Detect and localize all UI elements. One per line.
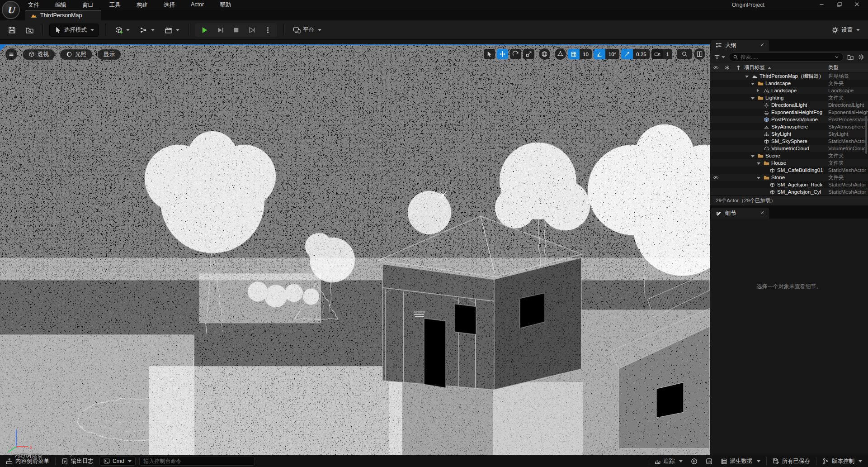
search-icon: [733, 54, 738, 60]
menu-build[interactable]: 构建: [135, 0, 150, 10]
editor-mode-dropdown[interactable]: 选择模式: [49, 24, 99, 37]
visibility-column-header[interactable]: [710, 65, 722, 71]
outliner-row[interactable]: Landscape 文件夹: [710, 80, 868, 87]
menu-edit[interactable]: 编辑: [53, 0, 68, 10]
add-folder-button[interactable]: [846, 53, 854, 61]
outliner-row[interactable]: SM_CafeBuilding01 StaticMeshActor: [710, 167, 868, 174]
platforms-dropdown[interactable]: 平台: [290, 24, 324, 36]
outliner-row[interactable]: ExponentialHeightFog ExponentialHeightFo…: [710, 109, 868, 116]
label-column-header[interactable]: 项目标签: [744, 64, 828, 71]
move-tool-button[interactable]: [497, 49, 508, 59]
save-status-button[interactable]: 所有已保存: [770, 456, 813, 467]
viewport-options-button[interactable]: [5, 48, 17, 60]
grid-snap-control[interactable]: 10: [568, 49, 592, 59]
rotation-snap-control[interactable]: 10°: [594, 49, 619, 59]
scale-tool-button[interactable]: [523, 49, 534, 59]
separator: [283, 24, 284, 36]
menu-select[interactable]: 选择: [162, 0, 177, 10]
unsaved-column-header[interactable]: [722, 65, 733, 71]
outliner-row[interactable]: VolumetricCloud VolumetricCloud: [710, 145, 868, 152]
expander-icon[interactable]: [757, 160, 762, 166]
tab-details[interactable]: 细节: [711, 208, 769, 219]
outliner-row[interactable]: SkyLight SkyLight: [710, 130, 868, 138]
menu-actor[interactable]: Actor: [189, 0, 206, 10]
play-button[interactable]: [198, 24, 211, 36]
outliner-settings-button[interactable]: [857, 53, 865, 61]
unreal-logo[interactable]: U: [2, 1, 20, 19]
scale-snap-control[interactable]: 0.25: [621, 49, 649, 59]
close-icon[interactable]: [760, 210, 764, 216]
level-tab[interactable]: ThirdPersonMap: [25, 10, 101, 20]
menu-bar: 文件 编辑 窗口 工具 构建 选择 Actor 帮助: [26, 0, 233, 10]
perspective-dropdown[interactable]: 透视: [23, 49, 55, 60]
select-tool-button[interactable]: [484, 49, 495, 59]
menu-help[interactable]: 帮助: [218, 0, 233, 10]
output-log-button[interactable]: 输出日志: [59, 456, 96, 467]
outliner-row[interactable]: SM_Angelsjon_Cyl StaticMeshActor: [710, 188, 868, 195]
menu-window[interactable]: 窗口: [80, 0, 95, 10]
search-input[interactable]: [741, 54, 832, 60]
chevron-down-icon[interactable]: [834, 54, 840, 60]
outliner-search[interactable]: [729, 52, 844, 62]
browse-content-button[interactable]: [23, 24, 36, 36]
play-options-button[interactable]: [261, 24, 274, 36]
content-drawer-button[interactable]: 内容浏览器 内容侧滑菜单: [4, 456, 52, 467]
close-button[interactable]: [854, 1, 860, 9]
cinematics-dropdown[interactable]: [162, 24, 182, 36]
minimize-button[interactable]: [819, 1, 825, 9]
expander-icon[interactable]: [751, 80, 756, 86]
console-type-dropdown[interactable]: Cmd: [99, 457, 136, 466]
world-local-toggle[interactable]: [539, 48, 550, 60]
expander-icon[interactable]: [751, 95, 756, 101]
outliner-row[interactable]: DirectionalLight DirectionalLight: [710, 101, 868, 109]
outliner-row[interactable]: ThirdPersonMap（编辑器） 世界场景: [710, 72, 868, 80]
quad-view-button[interactable]: [694, 48, 705, 60]
expander-icon[interactable]: [751, 152, 756, 159]
close-icon[interactable]: [760, 42, 764, 48]
add-actor-dropdown[interactable]: [112, 24, 132, 36]
outliner-row[interactable]: SM_SkySphere StaticMeshActor: [710, 138, 868, 145]
console-command-box[interactable]: [139, 457, 255, 466]
blueprints-dropdown[interactable]: [137, 24, 157, 36]
frame-skip-button[interactable]: [214, 24, 227, 36]
menu-file[interactable]: 文件: [26, 0, 41, 10]
expander-icon[interactable]: [757, 174, 762, 181]
level-viewport[interactable]: x 透视 光照 显示: [0, 44, 710, 455]
outliner-row[interactable]: Scene 文件夹: [710, 152, 868, 159]
camera-speed-control[interactable]: 1: [651, 49, 672, 59]
filter-button[interactable]: [713, 53, 726, 61]
status-bar: 内容浏览器 内容侧滑菜单 输出日志 Cmd 追踪: [0, 455, 868, 467]
expander-icon[interactable]: [745, 73, 750, 79]
outliner-row[interactable]: PostProcessVolume PostProcessVolume: [710, 116, 868, 123]
outliner-row[interactable]: Lighting 文件夹: [710, 94, 868, 101]
outliner-row[interactable]: House 文件夹: [710, 159, 868, 167]
pin-column-header[interactable]: [733, 65, 744, 71]
surface-snap-button[interactable]: [555, 48, 566, 60]
type-column-header[interactable]: 类型: [828, 64, 868, 71]
outliner-row[interactable]: SM_Agelsjon_Rock StaticMeshActor: [710, 181, 868, 188]
actor-type: VolumetricCloud: [828, 146, 868, 151]
show-dropdown[interactable]: 显示: [98, 49, 121, 60]
outliner-row[interactable]: Landscape Landscape: [710, 87, 868, 94]
launch-button[interactable]: [245, 24, 259, 36]
expander-icon[interactable]: [757, 87, 762, 94]
insights-profile-button[interactable]: [703, 457, 715, 466]
view-mode-dropdown[interactable]: 光照: [60, 49, 92, 60]
console-input[interactable]: [143, 458, 251, 464]
trace-dropdown[interactable]: 追踪: [652, 456, 685, 467]
menu-tools[interactable]: 工具: [108, 0, 123, 10]
derived-data-dropdown[interactable]: 派生数据: [718, 456, 763, 467]
maximize-button[interactable]: [836, 1, 842, 9]
save-button[interactable]: [5, 24, 19, 36]
outliner-row[interactable]: Stone 文件夹: [710, 174, 868, 181]
tab-outliner[interactable]: 大纲: [711, 40, 769, 51]
outliner-scrollbar[interactable]: [865, 116, 867, 154]
row-visibility-cell[interactable]: [710, 175, 722, 181]
source-control-dropdown[interactable]: 版本控制: [820, 456, 864, 467]
maximize-viewport-button[interactable]: [677, 49, 692, 59]
stop-button[interactable]: [230, 24, 243, 36]
settings-dropdown[interactable]: 设置: [829, 24, 863, 36]
insights-session-button[interactable]: [689, 457, 700, 466]
outliner-row[interactable]: SkyAtmosphere SkyAtmosphere: [710, 123, 868, 130]
rotate-tool-button[interactable]: [510, 49, 521, 59]
